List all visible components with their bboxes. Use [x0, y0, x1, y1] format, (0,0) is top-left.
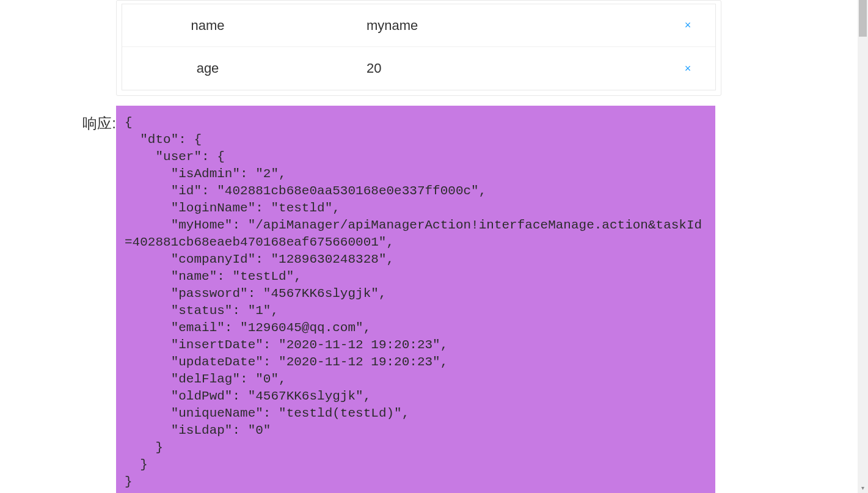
table-row: name myname × — [122, 4, 715, 47]
params-container: name myname × age 20 × — [116, 0, 721, 96]
scrollbar-track[interactable]: ▾ — [858, 0, 868, 493]
response-body[interactable]: { "dto": { "user": { "isAdmin": "2", "id… — [116, 106, 715, 493]
page-root: name myname × age 20 × 响应: { "dto": { — [0, 0, 868, 493]
param-key-cell[interactable]: age — [122, 60, 293, 76]
delete-row-button[interactable]: × — [660, 19, 715, 32]
params-table: name myname × age 20 × — [122, 4, 716, 90]
table-row: age 20 × — [122, 47, 715, 90]
response-section: 响应: { "dto": { "user": { "isAdmin": "2",… — [67, 106, 728, 493]
close-icon: × — [685, 62, 691, 75]
close-icon: × — [685, 19, 691, 31]
scrollbar-thumb[interactable] — [859, 0, 867, 37]
param-value-cell[interactable]: 20 — [293, 60, 660, 76]
param-value-cell[interactable]: myname — [293, 18, 660, 34]
chevron-down-icon: ▾ — [861, 484, 864, 491]
scroll-down-button[interactable]: ▾ — [858, 483, 868, 493]
param-key-cell[interactable]: name — [122, 18, 293, 34]
response-label: 响应: — [67, 106, 116, 493]
main-content: name myname × age 20 × 响应: { "dto": { — [0, 0, 868, 493]
delete-row-button[interactable]: × — [660, 62, 715, 75]
